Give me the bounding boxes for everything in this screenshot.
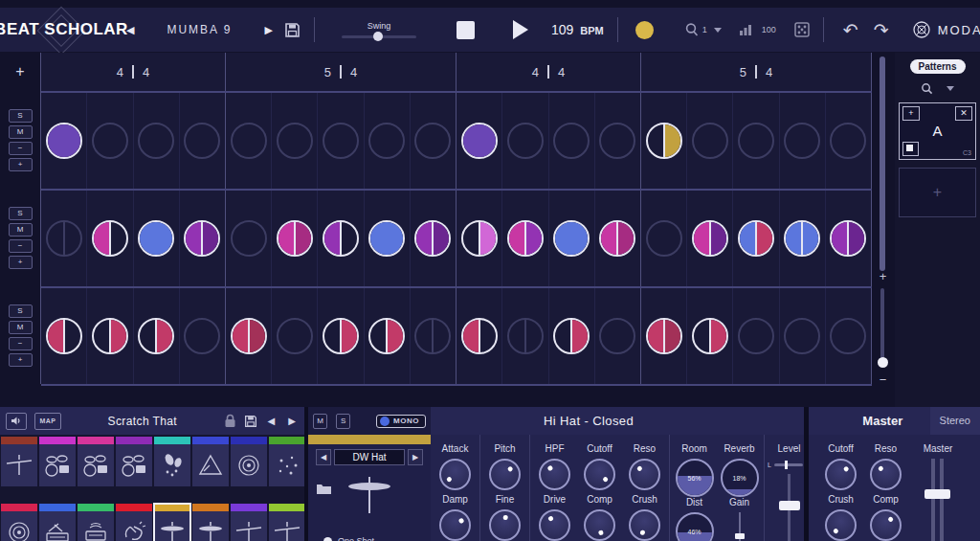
remove-division-button[interactable]: − bbox=[9, 239, 33, 253]
add-division-button[interactable]: + bbox=[9, 158, 33, 171]
channel-mute-button[interactable]: M bbox=[313, 414, 327, 429]
save-kit-icon[interactable] bbox=[244, 415, 257, 428]
beat-circle[interactable] bbox=[553, 220, 590, 257]
beat-circle[interactable] bbox=[277, 318, 313, 354]
chevron-down-icon[interactable] bbox=[714, 28, 722, 33]
sample-next-button[interactable]: ▶ bbox=[408, 449, 423, 465]
beat-circle[interactable] bbox=[184, 318, 220, 354]
sample-prev-button[interactable]: ◀ bbox=[316, 449, 331, 465]
drum-pad[interactable] bbox=[192, 437, 229, 486]
beat-circle[interactable] bbox=[231, 123, 267, 159]
beat-circle[interactable] bbox=[646, 123, 682, 159]
beat-cell[interactable] bbox=[457, 191, 502, 286]
beat-cell[interactable] bbox=[226, 191, 272, 286]
remove-division-button[interactable]: − bbox=[9, 142, 33, 155]
beat-circle[interactable] bbox=[507, 220, 544, 257]
crush-knob[interactable] bbox=[629, 509, 660, 541]
beat-circle[interactable] bbox=[277, 220, 313, 257]
beat-cell[interactable] bbox=[180, 93, 225, 189]
map-button[interactable]: MAP bbox=[34, 413, 61, 430]
beat-cell[interactable] bbox=[365, 288, 411, 384]
fine-knob[interactable] bbox=[489, 509, 521, 541]
pattern-close-button[interactable]: ✕ bbox=[955, 106, 972, 121]
bpm-display[interactable]: 109 BPM bbox=[551, 22, 604, 37]
swing-slider[interactable] bbox=[342, 35, 416, 38]
beat-cell[interactable] bbox=[41, 191, 87, 286]
drum-pad[interactable] bbox=[192, 504, 229, 541]
solo-button[interactable]: S bbox=[9, 109, 33, 123]
beat-circle[interactable] bbox=[738, 220, 774, 257]
bpm-value[interactable]: 109 bbox=[551, 22, 573, 37]
drum-pad[interactable] bbox=[116, 504, 152, 541]
beat-cell[interactable] bbox=[641, 191, 687, 286]
beat-circle[interactable] bbox=[414, 123, 451, 159]
pan-handle[interactable] bbox=[785, 461, 788, 469]
time-signature[interactable]: 44 bbox=[457, 53, 641, 91]
kit-next-button[interactable]: ▶ bbox=[285, 416, 299, 426]
beat-circle[interactable] bbox=[461, 123, 498, 159]
drum-pad[interactable] bbox=[1, 437, 37, 486]
beat-circle[interactable] bbox=[323, 318, 359, 354]
beat-circle[interactable] bbox=[46, 123, 82, 159]
drum-pad[interactable] bbox=[116, 437, 152, 486]
beat-circle[interactable] bbox=[599, 318, 635, 354]
beat-cell[interactable] bbox=[457, 93, 502, 189]
beat-cell[interactable] bbox=[272, 288, 318, 384]
damp-knob[interactable] bbox=[439, 509, 471, 541]
reso-knob[interactable] bbox=[870, 459, 902, 490]
comp-knob[interactable] bbox=[870, 509, 902, 541]
beat-cell[interactable] bbox=[411, 288, 456, 384]
beat-circle[interactable] bbox=[738, 318, 774, 354]
drum-pad[interactable] bbox=[269, 504, 304, 541]
beat-cell[interactable] bbox=[502, 288, 548, 384]
beat-cell[interactable] bbox=[641, 93, 687, 189]
beat-circle[interactable] bbox=[184, 220, 220, 257]
beat-cell[interactable] bbox=[272, 93, 318, 189]
vertical-zoom-out-button[interactable]: − bbox=[871, 372, 895, 387]
beat-circle[interactable] bbox=[368, 123, 405, 159]
pan-control[interactable]: LR bbox=[768, 462, 804, 468]
preset-name[interactable]: MUMBA 9 bbox=[138, 23, 260, 36]
time-sig-numerator[interactable]: 4 bbox=[532, 65, 539, 79]
beat-cell[interactable] bbox=[365, 93, 411, 189]
add-division-button[interactable]: + bbox=[9, 353, 33, 367]
beat-cell[interactable] bbox=[780, 93, 826, 189]
patterns-dropdown-icon[interactable] bbox=[947, 86, 954, 91]
beat-cell[interactable] bbox=[549, 93, 595, 189]
time-sig-numerator[interactable]: 5 bbox=[324, 65, 331, 79]
beat-circle[interactable] bbox=[738, 123, 774, 159]
beat-cell[interactable] bbox=[180, 191, 225, 286]
drum-pad[interactable] bbox=[154, 504, 190, 541]
beat-circle[interactable] bbox=[184, 123, 220, 159]
master-fader-handle[interactable] bbox=[924, 489, 950, 499]
beat-cell[interactable] bbox=[87, 288, 133, 384]
beat-circle[interactable] bbox=[323, 123, 359, 159]
vertical-zoom-handle[interactable] bbox=[878, 357, 888, 368]
beat-cell[interactable] bbox=[272, 191, 318, 286]
beat-cell[interactable] bbox=[595, 288, 640, 384]
beat-cell[interactable] bbox=[318, 191, 364, 286]
kit-prev-button[interactable]: ◀ bbox=[265, 416, 278, 426]
beat-circle[interactable] bbox=[92, 318, 128, 354]
beat-circle[interactable] bbox=[830, 123, 866, 159]
drum-pad[interactable] bbox=[1, 504, 37, 541]
beat-cell[interactable] bbox=[318, 288, 364, 384]
pattern-card[interactable]: +✕AC3 bbox=[899, 102, 976, 160]
beat-circle[interactable] bbox=[414, 318, 451, 354]
drive-knob[interactable] bbox=[539, 509, 570, 541]
undo-button[interactable]: ↶ bbox=[843, 19, 858, 41]
save-preset-button[interactable] bbox=[284, 22, 301, 38]
beat-cell[interactable] bbox=[41, 93, 87, 189]
randomize-button[interactable] bbox=[794, 22, 810, 37]
beat-circle[interactable] bbox=[830, 318, 866, 354]
drum-pad[interactable] bbox=[231, 437, 267, 486]
one-shot-radio[interactable] bbox=[323, 537, 332, 541]
hpf-knob[interactable] bbox=[539, 459, 570, 490]
beat-circle[interactable] bbox=[461, 318, 498, 354]
time-sig-denominator[interactable]: 4 bbox=[143, 65, 149, 79]
beat-circle[interactable] bbox=[138, 220, 174, 257]
mute-button[interactable]: M bbox=[9, 125, 33, 139]
beat-circle[interactable] bbox=[692, 123, 728, 159]
solo-button[interactable]: S bbox=[9, 304, 33, 318]
beat-cell[interactable] bbox=[87, 93, 133, 189]
